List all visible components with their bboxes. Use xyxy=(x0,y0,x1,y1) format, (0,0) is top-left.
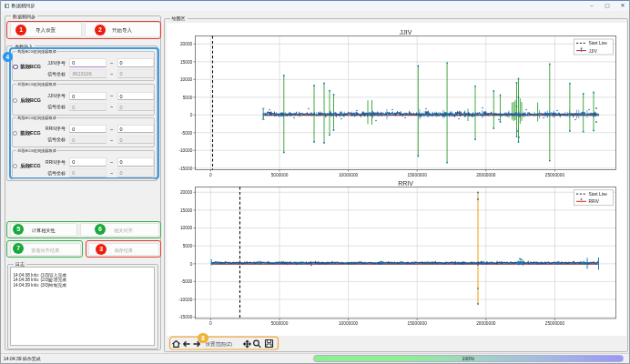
svg-text:-15000: -15000 xyxy=(178,167,192,171)
svg-text:RRIV: RRIV xyxy=(398,180,413,187)
svg-text:15000000: 15000000 xyxy=(408,173,428,177)
svg-text:10000000: 10000000 xyxy=(339,321,359,326)
svg-text:15000: 15000 xyxy=(180,60,193,65)
svg-text:JJIV: JJIV xyxy=(400,29,412,35)
svg-text:15000: 15000 xyxy=(180,208,193,213)
svg-text:5000000: 5000000 xyxy=(271,173,289,177)
svg-text:10000000: 10000000 xyxy=(339,173,359,177)
svg-text:Start Line: Start Line xyxy=(589,192,608,197)
svg-text:-10000: -10000 xyxy=(178,148,192,153)
svg-text:15000000: 15000000 xyxy=(408,321,428,326)
svg-text:-10000: -10000 xyxy=(178,298,192,302)
svg-text:5000: 5000 xyxy=(183,244,193,248)
svg-text:20000000: 20000000 xyxy=(476,173,496,177)
svg-text:Start Line: Start Line xyxy=(589,41,608,46)
svg-text:5000: 5000 xyxy=(183,96,193,100)
svg-text:20000000: 20000000 xyxy=(476,321,496,326)
svg-text:25000000: 25000000 xyxy=(545,173,565,177)
svg-text:0: 0 xyxy=(209,173,212,177)
svg-text:10000: 10000 xyxy=(180,226,193,230)
svg-text:RRIV: RRIV xyxy=(589,199,600,204)
svg-text:20000: 20000 xyxy=(180,42,193,46)
svg-text:设置范围(Z): 设置范围(Z) xyxy=(206,341,233,348)
svg-text:0: 0 xyxy=(190,262,193,267)
svg-text:20000: 20000 xyxy=(180,190,193,195)
svg-text:-5000: -5000 xyxy=(181,279,193,284)
svg-text:25000000: 25000000 xyxy=(545,321,565,326)
svg-text:0: 0 xyxy=(209,321,212,326)
svg-text:0: 0 xyxy=(190,113,193,117)
svg-text:5000000: 5000000 xyxy=(271,321,289,326)
svg-text:JJIV: JJIV xyxy=(589,49,598,54)
svg-text:-15000: -15000 xyxy=(178,315,192,319)
svg-text:-5000: -5000 xyxy=(181,131,193,136)
svg-text:10000: 10000 xyxy=(180,77,193,82)
